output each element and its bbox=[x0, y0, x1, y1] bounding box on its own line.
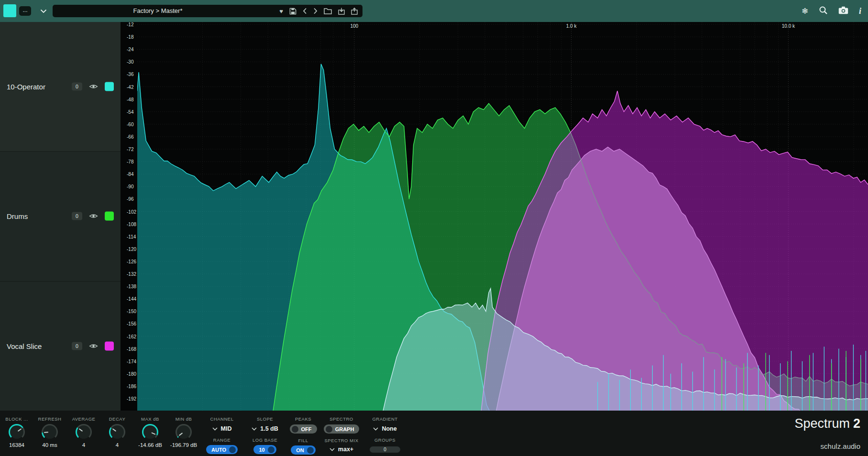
save-icon[interactable] bbox=[289, 8, 297, 15]
spectro-mix-label: SPECTRO MIX bbox=[325, 438, 359, 443]
db-tick-label: -30 bbox=[127, 59, 133, 65]
folder-icon[interactable] bbox=[324, 8, 332, 14]
track-color-swatch[interactable] bbox=[105, 212, 114, 221]
prev-preset-icon[interactable] bbox=[303, 8, 307, 14]
track-row[interactable]: Vocal Slice0 bbox=[0, 282, 121, 411]
track-color-swatch[interactable] bbox=[105, 82, 114, 91]
knob-dial[interactable] bbox=[9, 424, 25, 440]
snapshot-camera-icon[interactable] bbox=[838, 6, 848, 16]
freq-tick-label: 100 bbox=[350, 23, 358, 29]
eye-icon[interactable] bbox=[89, 343, 98, 349]
preset-actions: ♥ bbox=[279, 5, 358, 17]
range-label: RANGE bbox=[213, 437, 231, 443]
knob-refresh: REFRESH40 ms bbox=[33, 411, 66, 448]
channel-select[interactable]: MID bbox=[212, 424, 232, 433]
toggle-knob bbox=[229, 446, 236, 453]
db-tick-label: -174 bbox=[127, 358, 136, 364]
knob-label: MIN dB bbox=[176, 416, 192, 422]
db-tick-label: -114 bbox=[127, 234, 136, 239]
track-row[interactable]: 10-Operator0 bbox=[0, 22, 121, 152]
zoom-magnifier-icon[interactable] bbox=[819, 6, 828, 17]
spectrum-plot[interactable] bbox=[137, 22, 868, 411]
fill-toggle[interactable]: ON bbox=[291, 445, 316, 455]
knob-dial[interactable] bbox=[109, 424, 125, 440]
track-list: 10-Operator0Drums0Vocal Slice0 bbox=[0, 22, 121, 411]
knob-value: 4 bbox=[82, 442, 85, 448]
preset-bar[interactable]: Factory > Master* ♥ bbox=[53, 5, 363, 17]
track-row[interactable]: Drums0 bbox=[0, 152, 121, 281]
spectro-graph-toggle[interactable]: GRAPH bbox=[324, 424, 360, 434]
db-tick-label: -150 bbox=[127, 309, 136, 314]
import-preset-icon[interactable] bbox=[338, 8, 345, 15]
knob-value: -196.79 dB bbox=[170, 442, 197, 448]
spectrum2-window: ... Factory > Master* ♥ bbox=[0, 0, 868, 456]
fill-label: FILL bbox=[298, 438, 308, 443]
range-auto-toggle[interactable]: AUTO bbox=[206, 445, 238, 454]
knob-value: 16384 bbox=[9, 442, 24, 448]
chevron-down-icon bbox=[252, 427, 257, 431]
eye-icon[interactable] bbox=[89, 84, 98, 90]
knob-max-db: MAX dB-14.66 dB bbox=[133, 411, 167, 448]
chevron-down-icon bbox=[330, 448, 335, 451]
spectro-mix-select[interactable]: max+ bbox=[330, 445, 353, 454]
chevron-down-icon bbox=[373, 427, 378, 431]
db-tick-label: -12 bbox=[127, 22, 133, 27]
log-base-toggle[interactable]: 10 bbox=[253, 445, 276, 454]
track-color-swatch[interactable] bbox=[105, 341, 114, 350]
export-preset-icon[interactable] bbox=[351, 8, 358, 15]
groups-slider[interactable]: 0 bbox=[370, 446, 400, 453]
more-options-button[interactable]: ... bbox=[19, 6, 31, 16]
spectrum-display[interactable]: -12-18-24-30-36-42-48-54-60-66-72-78-84-… bbox=[121, 22, 868, 411]
db-tick-label: -102 bbox=[127, 209, 136, 214]
db-tick-label: -84 bbox=[127, 172, 133, 177]
knob-dial[interactable] bbox=[176, 424, 192, 440]
preset-menu-chevron-icon[interactable] bbox=[40, 9, 47, 13]
toggle-knob bbox=[292, 426, 298, 433]
peaks-label: PEAKS bbox=[295, 416, 311, 422]
knob-label: DECAY bbox=[109, 416, 126, 422]
db-tick-label: -90 bbox=[127, 184, 133, 189]
track-badge[interactable]: 0 bbox=[72, 212, 82, 220]
knob-label: REFRESH bbox=[38, 416, 62, 422]
knob-label: BLOCK ... bbox=[5, 416, 28, 422]
knob-dial[interactable] bbox=[76, 424, 92, 440]
next-preset-icon[interactable] bbox=[313, 8, 318, 14]
favorite-heart-icon[interactable]: ♥ bbox=[279, 8, 283, 14]
db-tick-label: -144 bbox=[127, 296, 136, 302]
freq-tick-label: 1.0 k bbox=[566, 23, 577, 29]
control-bar: BLOCK ...16384REFRESH40 msAVERAGE4DECAY4… bbox=[0, 411, 868, 456]
db-tick-label: -96 bbox=[127, 196, 133, 202]
knob-average: AVERAGE4 bbox=[67, 411, 100, 448]
knob-dial[interactable] bbox=[42, 424, 58, 440]
freq-tick-label: 10.0 k bbox=[782, 23, 795, 29]
groups-label: GROUPS bbox=[374, 437, 396, 443]
topbar: ... Factory > Master* ♥ bbox=[0, 0, 868, 22]
track-badge[interactable]: 0 bbox=[72, 342, 82, 350]
db-tick-label: -18 bbox=[127, 34, 133, 40]
knob-dial[interactable] bbox=[142, 424, 158, 440]
db-tick-label: -78 bbox=[127, 159, 133, 164]
topbar-tools: ❄ i bbox=[802, 0, 861, 22]
info-icon[interactable]: i bbox=[859, 6, 861, 16]
db-tick-label: -36 bbox=[127, 72, 133, 77]
db-tick-label: -42 bbox=[127, 84, 133, 89]
knob-value: 40 ms bbox=[42, 442, 57, 448]
db-tick-label: -126 bbox=[127, 259, 136, 264]
toggle-knob bbox=[268, 446, 275, 453]
slope-select[interactable]: 1.5 dB bbox=[252, 424, 278, 433]
knob-block: BLOCK ...16384 bbox=[0, 411, 33, 448]
db-tick-label: -108 bbox=[127, 221, 136, 227]
peaks-toggle[interactable]: OFF bbox=[290, 424, 317, 434]
db-tick-label: -60 bbox=[127, 121, 133, 127]
track-badge[interactable]: 0 bbox=[72, 83, 82, 91]
db-tick-label: -180 bbox=[127, 371, 136, 376]
freeze-snowflake-icon[interactable]: ❄ bbox=[802, 7, 808, 15]
db-tick-label: -54 bbox=[127, 109, 133, 114]
knob-decay: DECAY4 bbox=[100, 411, 134, 448]
group-color-swatch[interactable] bbox=[3, 4, 16, 17]
eye-icon[interactable] bbox=[89, 213, 98, 219]
toggle-knob bbox=[326, 426, 332, 433]
db-tick-label: -72 bbox=[127, 147, 133, 152]
gradient-select[interactable]: None bbox=[373, 424, 396, 433]
knob-value: -14.66 dB bbox=[138, 442, 162, 448]
